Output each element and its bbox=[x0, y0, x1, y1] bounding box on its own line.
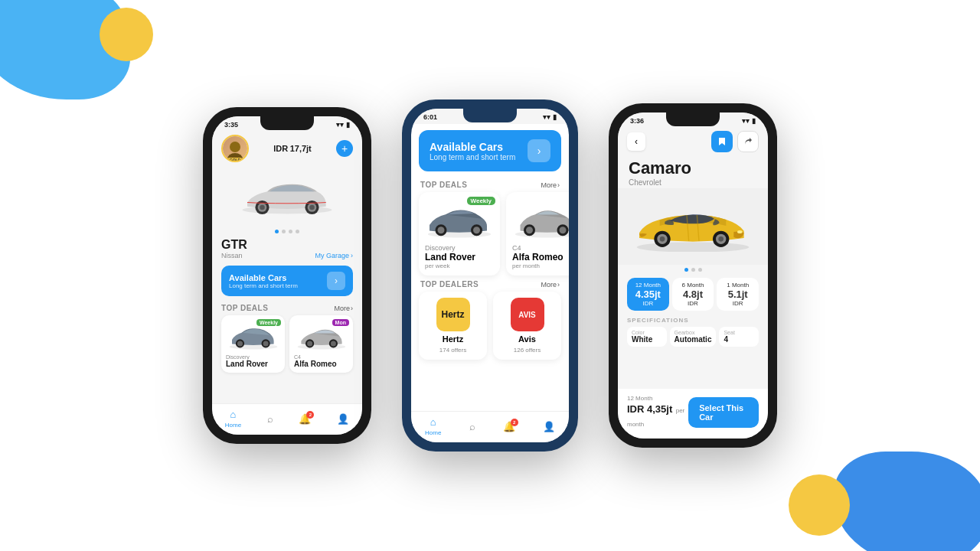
deal-card-2[interactable]: Mon C4 Alfa bbox=[289, 315, 353, 373]
nav-profile[interactable]: 👤 bbox=[337, 413, 349, 425]
nav-home[interactable]: ⌂ Home bbox=[225, 409, 241, 429]
svg-point-21 bbox=[438, 227, 445, 233]
p2-banner-arrow-button[interactable]: › bbox=[528, 139, 550, 162]
phone-3-footer: 12 Month IDR 4,35jt per month Select Thi… bbox=[618, 389, 768, 439]
p2-dealers-title: TOP DEALERS bbox=[420, 280, 479, 289]
p2-weekly-badge: Weekly bbox=[467, 197, 495, 205]
nav-notifications[interactable]: 🔔 2 bbox=[299, 413, 311, 425]
phone-1-notch bbox=[260, 116, 314, 130]
svg-point-13 bbox=[263, 341, 268, 346]
p2-banner-subtitle: Long term and short term bbox=[430, 153, 515, 161]
banner-title: Available Cars bbox=[229, 273, 298, 282]
pricing-1-month[interactable]: 1 Month 5.1jt IDR bbox=[717, 278, 759, 311]
p2-nav-notifications[interactable]: 🔔 2 bbox=[503, 421, 515, 432]
dot-2 bbox=[282, 230, 286, 233]
dot-3 bbox=[289, 230, 292, 233]
p3-dot-1 bbox=[684, 268, 688, 272]
p2-deal-2-category: C4 bbox=[512, 244, 569, 252]
p2-deal-2-car bbox=[512, 198, 569, 244]
phone-2-status-icons: ▾▾ ▮ bbox=[543, 113, 557, 121]
banner-subtitle: Long term and short term bbox=[229, 282, 298, 289]
p2-search-icon: ⌕ bbox=[469, 421, 475, 432]
p2-nav-home[interactable]: ⌂ Home bbox=[425, 416, 441, 436]
car-name: GTR bbox=[221, 238, 247, 252]
phone-2-time: 6:01 bbox=[423, 113, 437, 121]
p3-dot-2 bbox=[691, 268, 695, 272]
top-deals-title: TOP DEALS bbox=[221, 304, 268, 312]
more-link[interactable]: More › bbox=[334, 305, 353, 312]
my-garage-link[interactable]: My Garage › bbox=[315, 252, 353, 259]
p2-nav-profile[interactable]: 👤 bbox=[543, 421, 555, 432]
nav-search[interactable]: ⌕ bbox=[267, 413, 273, 425]
p2-dealers-more-link[interactable]: More › bbox=[541, 281, 560, 289]
pt-1m-value: 5.1jt bbox=[720, 289, 756, 300]
spec-seat: Seat 4 bbox=[719, 327, 759, 347]
footer-price: 12 Month IDR 4,35jt per month bbox=[627, 395, 688, 429]
p3-dot-3 bbox=[698, 268, 702, 272]
svg-point-18 bbox=[330, 341, 335, 346]
phone-2-available-banner[interactable]: Available Cars Long term and short term … bbox=[419, 130, 561, 171]
wifi-icon-p2: ▾▾ bbox=[543, 113, 550, 121]
phone-2-notch bbox=[463, 109, 517, 122]
deal-2-label: C4 bbox=[294, 354, 348, 360]
share-button[interactable] bbox=[737, 131, 759, 152]
car-brand: Nissan bbox=[221, 252, 247, 259]
pt-12m-label: 12 Month bbox=[630, 282, 666, 289]
color-value: White bbox=[632, 335, 662, 344]
specs-grid: Color White Gearbox Automatic Seat 4 bbox=[627, 327, 759, 347]
p2-deal-1-price: per week bbox=[425, 262, 494, 269]
avis-offers: 126 offers bbox=[514, 347, 541, 354]
hertz-offers: 174 offers bbox=[439, 347, 466, 354]
phone-2-screen: 6:01 ▾▾ ▮ Available Cars Long term and s… bbox=[411, 109, 569, 442]
phone-1-time: 3:35 bbox=[224, 121, 238, 129]
notification-badge: 2 bbox=[306, 411, 314, 419]
spec-gearbox: Gearbox Automatic bbox=[670, 327, 717, 347]
dealer-hertz[interactable]: Hertz Hertz 174 offers bbox=[419, 292, 487, 360]
pricing-6-month[interactable]: 6 Month 4.8jt IDR bbox=[672, 278, 714, 311]
deal-card-1[interactable]: Weekly Discovery bbox=[221, 315, 285, 373]
dealer-avis[interactable]: AVIS Avis 126 offers bbox=[493, 292, 561, 360]
p2-banner-title: Available Cars bbox=[430, 141, 515, 153]
hertz-logo-text: Hertz bbox=[441, 309, 464, 320]
p2-more-link[interactable]: More › bbox=[541, 181, 560, 189]
p2-deal-2-price: per month bbox=[512, 262, 569, 269]
banner-text: Available Cars Long term and short term bbox=[229, 273, 298, 289]
available-cars-banner[interactable]: Available Cars Long term and short term … bbox=[221, 266, 353, 296]
back-button[interactable]: ‹ bbox=[627, 132, 645, 151]
phone-1-car-image bbox=[212, 167, 362, 228]
svg-point-23 bbox=[473, 227, 480, 233]
phone-1-status-icons: ▾▾ ▮ bbox=[336, 121, 350, 129]
p2-deal-card-2[interactable]: C4 Alfa Romeo per month bbox=[506, 192, 569, 276]
p2-more-arrow-icon: › bbox=[557, 181, 560, 189]
hertz-name: Hertz bbox=[443, 334, 464, 344]
p2-more-label: More bbox=[541, 181, 557, 189]
more-arrow-icon: › bbox=[351, 305, 353, 312]
svg-point-30 bbox=[737, 230, 743, 233]
svg-point-5 bbox=[260, 205, 265, 210]
spec-color: Color White bbox=[627, 327, 667, 347]
wifi-icon: ▾▾ bbox=[336, 121, 344, 129]
phone-1-car-dots bbox=[212, 228, 362, 235]
color-label: Color bbox=[632, 330, 662, 335]
svg-point-8 bbox=[309, 205, 315, 210]
banner-arrow-button[interactable]: › bbox=[327, 272, 345, 290]
svg-point-16 bbox=[307, 341, 312, 346]
phone-1-screen: 3:35 ▾▾ ▮ GOLD bbox=[212, 116, 362, 435]
pt-6m-currency: IDR bbox=[675, 300, 711, 307]
specs-title: SPECIFICATIONS bbox=[627, 317, 759, 324]
p2-profile-icon: 👤 bbox=[543, 421, 555, 432]
phone-3-notch bbox=[666, 112, 720, 126]
p2-nav-home-label: Home bbox=[425, 429, 441, 436]
home-icon: ⌂ bbox=[230, 409, 237, 420]
phone-1-car-info: GTR Nissan My Garage › bbox=[212, 235, 362, 262]
select-car-button[interactable]: Select This Car bbox=[688, 397, 759, 428]
phone-3-topbar: ‹ bbox=[618, 128, 768, 155]
p2-deal-card-1[interactable]: Weekly Discovery bbox=[419, 192, 500, 276]
p2-top-deals-title: TOP DEALS bbox=[420, 181, 467, 189]
pricing-12-month[interactable]: 12 Month 4.35jt IDR bbox=[627, 278, 669, 311]
add-balance-button[interactable]: + bbox=[336, 140, 353, 157]
deal-1-label: Discovery bbox=[226, 354, 280, 360]
p2-nav-search[interactable]: ⌕ bbox=[469, 421, 475, 432]
bookmark-button[interactable] bbox=[711, 131, 733, 152]
phone-1-deals-grid: Weekly Discovery bbox=[212, 315, 362, 373]
